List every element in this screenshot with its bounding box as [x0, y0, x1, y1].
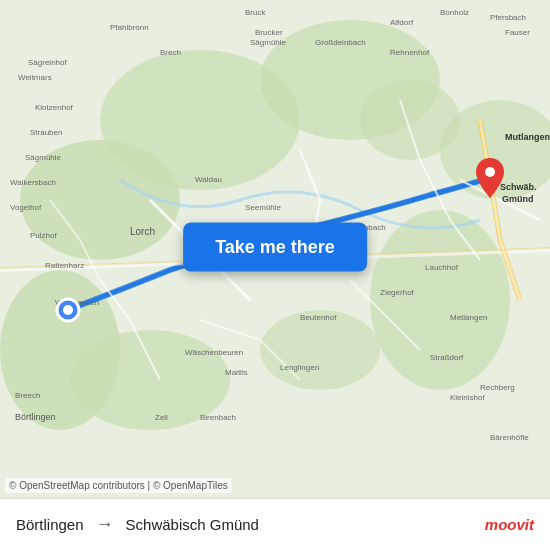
- svg-text:Bonholz: Bonholz: [440, 8, 469, 17]
- svg-text:Zell: Zell: [155, 413, 168, 422]
- svg-text:Lenglingen: Lenglingen: [280, 363, 319, 372]
- svg-text:Pfersbach: Pfersbach: [490, 13, 526, 22]
- svg-text:Alfdorf: Alfdorf: [390, 18, 414, 27]
- svg-text:Großdeinbach: Großdeinbach: [315, 38, 366, 47]
- svg-text:Sägmühle: Sägmühle: [250, 38, 287, 47]
- svg-text:Straßdorf: Straßdorf: [430, 353, 464, 362]
- svg-text:Metlangen: Metlangen: [450, 313, 487, 322]
- svg-text:Bärenhöfle: Bärenhöfle: [490, 433, 529, 442]
- route-arrow-icon: →: [96, 514, 114, 535]
- svg-text:Strauben: Strauben: [30, 128, 62, 137]
- svg-text:Börtlingen: Börtlingen: [15, 412, 56, 422]
- svg-text:Rehnenhof: Rehnenhof: [390, 48, 430, 57]
- svg-text:Sägreinhof: Sägreinhof: [28, 58, 67, 67]
- svg-text:Fauser: Fauser: [505, 28, 530, 37]
- svg-text:Gmünd: Gmünd: [502, 194, 534, 204]
- svg-point-56: [63, 305, 73, 315]
- svg-text:Ziegerhof: Ziegerhof: [380, 288, 415, 297]
- svg-text:Beutenhof: Beutenhof: [300, 313, 337, 322]
- svg-text:Brech: Brech: [160, 48, 181, 57]
- svg-text:Mutlangen: Mutlangen: [505, 132, 550, 142]
- svg-point-57: [485, 167, 495, 177]
- svg-text:Breech: Breech: [15, 391, 40, 400]
- moovit-logo-text: moovit: [485, 516, 534, 533]
- svg-point-7: [260, 310, 380, 390]
- route-from: Börtlingen: [16, 516, 84, 533]
- moovit-logo: moovit: [485, 516, 534, 533]
- svg-text:Rechberg: Rechberg: [480, 383, 515, 392]
- svg-text:Walkersbach: Walkersbach: [10, 178, 56, 187]
- svg-text:Weitmars: Weitmars: [18, 73, 52, 82]
- svg-text:Rattenharz: Rattenharz: [45, 261, 84, 270]
- svg-text:Seemühle: Seemühle: [245, 203, 282, 212]
- svg-text:Klotzenhof: Klotzenhof: [35, 103, 74, 112]
- svg-point-5: [370, 210, 510, 390]
- take-me-there-button[interactable]: Take me there: [183, 223, 367, 272]
- map-container: Lorch Walkersbach Mutlangen Schwäb. Gmün…: [0, 0, 550, 498]
- svg-text:Brucker: Brucker: [255, 28, 283, 37]
- svg-text:Lorch: Lorch: [130, 226, 155, 237]
- route-to: Schwäbisch Gmünd: [126, 516, 259, 533]
- app: Lorch Walkersbach Mutlangen Schwäb. Gmün…: [0, 0, 550, 550]
- svg-text:Birenbach: Birenbach: [200, 413, 236, 422]
- svg-point-8: [360, 80, 460, 160]
- svg-text:Maitlis: Maitlis: [225, 368, 248, 377]
- bottom-bar: Börtlingen → Schwäbisch Gmünd moovit: [0, 498, 550, 550]
- map-attribution: © OpenStreetMap contributors | © OpenMap…: [5, 478, 232, 493]
- svg-text:Bruck: Bruck: [245, 8, 266, 17]
- svg-text:Wäschenbeuren: Wäschenbeuren: [185, 348, 243, 357]
- svg-text:Vogelhof: Vogelhof: [10, 203, 42, 212]
- svg-text:Lauchhof: Lauchhof: [425, 263, 459, 272]
- svg-text:Sägmühle: Sägmühle: [25, 153, 62, 162]
- svg-text:Pulzhof: Pulzhof: [30, 231, 57, 240]
- svg-text:Waldau: Waldau: [195, 175, 222, 184]
- svg-text:Kleinishof: Kleinishof: [450, 393, 485, 402]
- svg-text:Schwäb.: Schwäb.: [500, 182, 537, 192]
- svg-text:Pfahlbronn: Pfahlbronn: [110, 23, 149, 32]
